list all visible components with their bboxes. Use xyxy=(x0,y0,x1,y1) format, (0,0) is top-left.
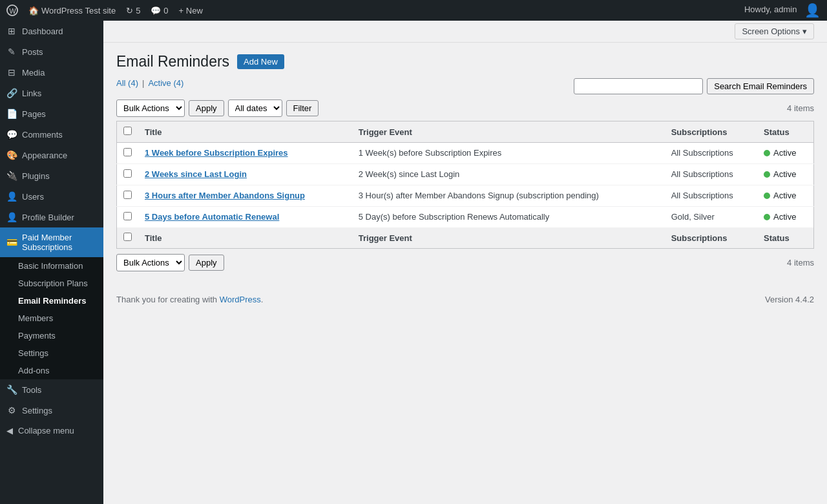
row-checkbox-3[interactable] xyxy=(123,212,132,220)
sidebar-item-settings[interactable]: ⚙ Settings xyxy=(0,400,103,421)
view-active-link[interactable]: Active (4) xyxy=(148,78,183,88)
status-active-dot xyxy=(764,214,770,220)
media-icon: ⊟ xyxy=(6,67,17,78)
sidebar-item-appearance[interactable]: 🎨 Appearance xyxy=(0,145,103,165)
dashboard-icon: ⊞ xyxy=(6,26,17,36)
apply-bottom-button[interactable]: Apply xyxy=(189,255,224,271)
row-status-2: Active xyxy=(757,185,814,207)
sidebar-subitem-basic-information[interactable]: Basic Information xyxy=(0,257,103,275)
row-trigger-3: 5 Day(s) before Subscription Renews Auto… xyxy=(352,207,665,228)
settings-icon: ⚙ xyxy=(6,405,17,415)
collapse-menu-button[interactable]: ◀ Collapse menu xyxy=(0,421,103,441)
status-active-dot xyxy=(764,150,770,156)
col-footer-trigger: Trigger Event xyxy=(352,227,665,249)
sidebar: ⊞ Dashboard ✎ Posts ⊟ Media 🔗 Links 📄 Pa… xyxy=(0,21,103,504)
row-title-1[interactable]: 2 Weeks since Last Login xyxy=(145,169,247,179)
row-title-2[interactable]: 3 Hours after Member Abandons Signup xyxy=(145,191,305,200)
col-footer-title: Title xyxy=(138,227,352,249)
row-status-3: Active xyxy=(757,207,814,228)
row-checkbox-0[interactable] xyxy=(123,148,132,156)
row-status-1: Active xyxy=(757,164,814,185)
wordpress-link[interactable]: WordPress xyxy=(220,295,261,304)
row-trigger-2: 3 Hour(s) after Member Abandons Signup (… xyxy=(352,185,665,207)
sidebar-item-posts[interactable]: ✎ Posts xyxy=(0,41,103,62)
email-reminders-table: Title Trigger Event Subscriptions Status xyxy=(116,121,814,249)
search-input[interactable] xyxy=(574,78,703,94)
col-header-status: Status xyxy=(757,121,814,143)
items-count-top: 4 items xyxy=(787,103,814,113)
select-all-checkbox-top[interactable] xyxy=(123,127,132,135)
sidebar-subitem-add-ons[interactable]: Add-ons xyxy=(0,362,103,379)
apply-top-button[interactable]: Apply xyxy=(189,100,224,116)
page-header: Email Reminders Add New xyxy=(116,53,814,70)
bulk-actions-top-select[interactable]: Bulk Actions xyxy=(116,100,185,117)
row-checkbox-2[interactable] xyxy=(123,191,132,199)
table-row: 2 Weeks since Last Login 2 Week(s) since… xyxy=(117,164,814,185)
wp-logo[interactable]: W xyxy=(6,5,18,16)
sidebar-subitem-members[interactable]: Members xyxy=(0,310,103,327)
sidebar-item-pages[interactable]: 📄 Pages xyxy=(0,103,103,124)
admin-new[interactable]: + New xyxy=(179,6,203,16)
bottom-toolbar: Bulk Actions Apply 4 items xyxy=(116,254,814,271)
row-title-3[interactable]: 5 Days before Automatic Renewal xyxy=(145,212,279,222)
table-row: 1 Week before Subscription Expires 1 Wee… xyxy=(117,143,814,164)
row-subscriptions-3: Gold, Silver xyxy=(665,207,757,228)
col-footer-subscriptions: Subscriptions xyxy=(665,227,757,249)
items-count-bottom: 4 items xyxy=(787,258,814,268)
sidebar-subitem-email-reminders[interactable]: Email Reminders xyxy=(0,292,103,310)
sidebar-item-tools[interactable]: 🔧 Tools xyxy=(0,379,103,400)
col-header-subscriptions: Subscriptions xyxy=(665,121,757,143)
row-title-0[interactable]: 1 Week before Subscription Expires xyxy=(145,148,288,158)
sidebar-item-paid-member-subscriptions[interactable]: 💳 Paid Member Subscriptions xyxy=(0,227,103,257)
pages-icon: 📄 xyxy=(6,109,17,119)
row-trigger-0: 1 Week(s) before Subscription Expires xyxy=(352,143,665,164)
sidebar-subitem-subscription-plans[interactable]: Subscription Plans xyxy=(0,275,103,292)
col-footer-status: Status xyxy=(757,227,814,249)
admin-comments[interactable]: 💬 0 xyxy=(151,6,168,16)
add-new-button[interactable]: Add New xyxy=(237,54,284,69)
sidebar-submenu-paid-member: Basic Information Subscription Plans Ema… xyxy=(0,257,103,379)
page-title: Email Reminders xyxy=(116,53,229,70)
comments-icon: 💬 xyxy=(6,129,17,140)
view-filters: All (4) | Active (4) xyxy=(116,78,574,88)
select-all-checkbox-bottom[interactable] xyxy=(123,233,132,241)
sidebar-item-dashboard[interactable]: ⊞ Dashboard xyxy=(0,21,103,41)
col-header-title: Title xyxy=(138,121,352,143)
svg-text:W: W xyxy=(10,7,17,15)
view-all-link[interactable]: All (4) xyxy=(116,78,138,88)
sidebar-item-comments[interactable]: 💬 Comments xyxy=(0,124,103,145)
admin-updates[interactable]: ↻ 5 xyxy=(126,6,140,16)
screen-options-chevron: ▾ xyxy=(802,26,807,36)
row-trigger-1: 2 Week(s) since Last Login xyxy=(352,164,665,185)
sidebar-item-users[interactable]: 👤 Users xyxy=(0,186,103,207)
main-content: Screen Options ▾ Email Reminders Add New… xyxy=(103,21,827,504)
row-subscriptions-2: All Subscriptions xyxy=(665,185,757,207)
search-button[interactable]: Search Email Reminders xyxy=(707,78,814,94)
users-icon: 👤 xyxy=(6,191,17,202)
table-controls: Search Email Reminders All (4) | Active … xyxy=(116,78,814,100)
row-subscriptions-0: All Subscriptions xyxy=(665,143,757,164)
plugins-icon: 🔌 xyxy=(6,171,17,181)
admin-site-name[interactable]: 🏠 WordPress Test site xyxy=(28,6,116,16)
screen-options-button[interactable]: Screen Options ▾ xyxy=(735,23,814,39)
tools-icon: 🔧 xyxy=(6,384,17,395)
sidebar-subitem-payments[interactable]: Payments xyxy=(0,327,103,344)
sidebar-item-plugins[interactable]: 🔌 Plugins xyxy=(0,165,103,186)
version-label: Version 4.4.2 xyxy=(765,295,814,304)
paid-member-icon: 💳 xyxy=(6,237,17,247)
top-toolbar: Bulk Actions Apply All dates Filter 4 it… xyxy=(116,100,814,117)
sidebar-item-profile-builder[interactable]: 👤 Profile Builder xyxy=(0,207,103,227)
sidebar-subitem-settings[interactable]: Settings xyxy=(0,344,103,362)
table-row: 3 Hours after Member Abandons Signup 3 H… xyxy=(117,185,814,207)
date-filter-select[interactable]: All dates xyxy=(228,100,282,117)
admin-howdy: Howdy, admin 👤 xyxy=(744,3,821,18)
status-active-dot xyxy=(764,171,770,178)
bulk-actions-bottom-select[interactable]: Bulk Actions xyxy=(116,254,185,271)
sidebar-item-links[interactable]: 🔗 Links xyxy=(0,83,103,103)
col-header-trigger: Trigger Event xyxy=(352,121,665,143)
row-checkbox-1[interactable] xyxy=(123,169,132,178)
filter-button[interactable]: Filter xyxy=(286,100,319,116)
profile-builder-icon: 👤 xyxy=(6,212,17,222)
screen-options-bar: Screen Options ▾ xyxy=(103,21,827,43)
sidebar-item-media[interactable]: ⊟ Media xyxy=(0,62,103,83)
